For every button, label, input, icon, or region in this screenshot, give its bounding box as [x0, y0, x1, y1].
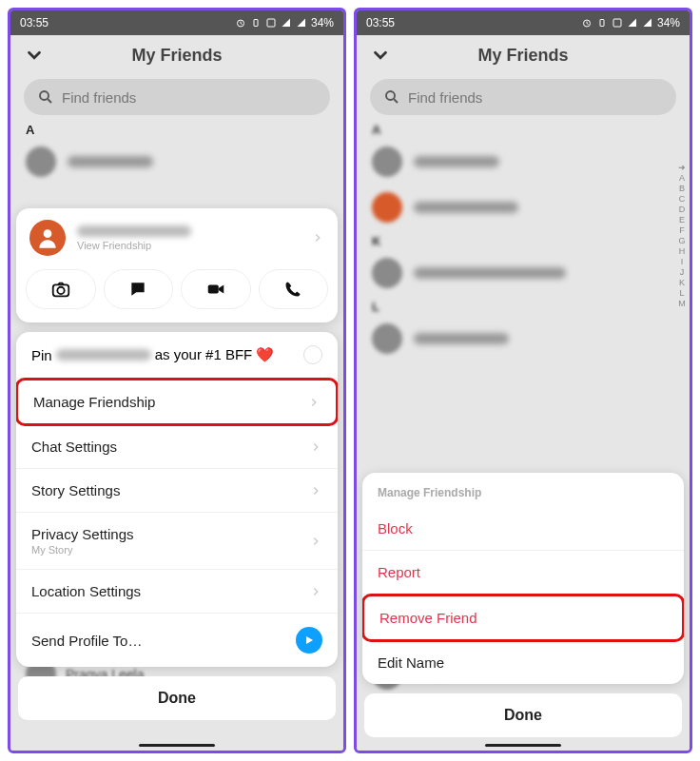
search-icon [383, 88, 400, 106]
profile-card: View Friendship [16, 208, 338, 322]
friend-row[interactable] [10, 139, 343, 185]
list-label: Send Profile To… [31, 633, 296, 649]
done-button[interactable]: Done [18, 676, 336, 720]
list-label: Manage Friendship [33, 394, 307, 410]
back-chevron-icon[interactable] [370, 45, 391, 66]
svg-rect-10 [613, 19, 621, 27]
friend-name-blurred [414, 333, 509, 344]
friend-name-blurred [68, 156, 153, 167]
status-time: 03:55 [366, 16, 395, 29]
signal-icon-2 [296, 17, 307, 29]
list-label: Privacy Settings [31, 526, 309, 542]
privacy-settings-row[interactable]: Privacy Settings My Story [16, 513, 338, 570]
status-bar: 03:55 34% [357, 10, 690, 35]
remove-friend-row[interactable]: Remove Friend [362, 594, 684, 642]
search-placeholder: Find friends [62, 89, 136, 106]
friend-row[interactable] [357, 139, 690, 185]
pin-suffix: as your #1 BFF ❤️ [155, 346, 275, 363]
svg-rect-1 [254, 20, 258, 27]
phone-right: 03:55 34% My Friends Find friends A K L … [354, 8, 692, 753]
done-button[interactable]: Done [364, 693, 682, 737]
search-input[interactable]: Find friends [370, 79, 676, 115]
video-button[interactable] [181, 269, 251, 309]
call-button[interactable] [259, 269, 329, 309]
friend-row[interactable] [357, 316, 690, 361]
svg-rect-2 [267, 19, 275, 27]
page-title: My Friends [370, 46, 676, 66]
list-label: Remove Friend [379, 610, 667, 626]
avatar [26, 146, 56, 177]
chevron-right-icon [311, 231, 324, 244]
manage-friendship-card: Manage Friendship Block Report Remove Fr… [362, 473, 684, 684]
svg-point-6 [57, 287, 64, 294]
svg-point-11 [386, 91, 395, 100]
alarm-icon [581, 17, 593, 29]
list-label: Report [378, 564, 669, 580]
friend-name-blurred [414, 202, 518, 213]
header: My Friends [357, 35, 690, 75]
camera-icon [50, 279, 71, 300]
section-header: K [357, 230, 690, 250]
back-chevron-icon[interactable] [24, 45, 45, 66]
avatar [372, 258, 402, 288]
signal-icon [281, 17, 292, 29]
friend-row[interactable] [357, 185, 690, 230]
view-friendship-link[interactable]: View Friendship [77, 240, 300, 251]
chat-button[interactable] [104, 269, 174, 309]
svg-point-4 [44, 229, 52, 238]
header: My Friends [10, 35, 343, 75]
nav-handle[interactable] [139, 744, 215, 747]
send-icon [296, 627, 322, 654]
page-title: My Friends [24, 46, 330, 66]
nfc-icon [612, 17, 623, 29]
phone-icon [283, 280, 302, 299]
battery-text: 34% [657, 16, 680, 29]
nav-handle[interactable] [485, 744, 561, 747]
report-row[interactable]: Report [362, 551, 684, 595]
pin-prefix: Pin [31, 347, 52, 363]
signal-icon [627, 17, 638, 29]
search-placeholder: Find friends [408, 89, 482, 106]
pin-name-blurred [56, 349, 151, 361]
search-icon [37, 88, 54, 106]
battery-text: 34% [311, 16, 334, 29]
friend-row[interactable] [357, 250, 690, 296]
alpha-index[interactable]: ➜ A B C D E F G H I J K L M [678, 163, 686, 308]
chevron-right-icon [307, 396, 321, 409]
vibrate-icon [250, 17, 262, 29]
block-row[interactable]: Block [362, 507, 684, 551]
section-header: A [357, 119, 690, 139]
manage-friendship-row[interactable]: Manage Friendship [16, 378, 338, 426]
phone-left: 03:55 34% My Friends Find friends A Prag… [8, 8, 346, 753]
status-time: 03:55 [20, 16, 49, 29]
chevron-right-icon [309, 585, 322, 598]
chat-settings-row[interactable]: Chat Settings [16, 425, 338, 469]
profile-header[interactable]: View Friendship [16, 208, 338, 263]
video-icon [205, 279, 226, 300]
story-settings-row[interactable]: Story Settings [16, 469, 338, 513]
edit-name-row[interactable]: Edit Name [362, 641, 684, 684]
avatar [372, 192, 402, 223]
svg-rect-7 [208, 284, 219, 293]
pin-bff-row[interactable]: Pin as your #1 BFF ❤️ [16, 332, 338, 379]
location-settings-row[interactable]: Location Settings [16, 570, 338, 614]
vibrate-icon [596, 17, 608, 29]
list-label: Block [378, 520, 669, 537]
signal-icon-2 [642, 17, 653, 29]
list-label: Location Settings [31, 583, 309, 599]
search-input[interactable]: Find friends [24, 79, 330, 115]
friend-name-blurred [414, 267, 566, 279]
pin-radio[interactable] [303, 345, 322, 364]
send-profile-row[interactable]: Send Profile To… [16, 614, 338, 667]
section-header: A [10, 119, 343, 139]
chat-icon [128, 280, 147, 299]
sheet-title: Manage Friendship [362, 473, 684, 507]
list-label: Chat Settings [31, 439, 309, 455]
svg-point-3 [40, 91, 49, 100]
chevron-right-icon [309, 484, 322, 498]
profile-name-blurred [77, 225, 191, 237]
chevron-right-icon [309, 535, 322, 548]
camera-button[interactable] [26, 269, 96, 309]
friend-name-blurred [414, 156, 499, 167]
avatar [372, 146, 402, 177]
